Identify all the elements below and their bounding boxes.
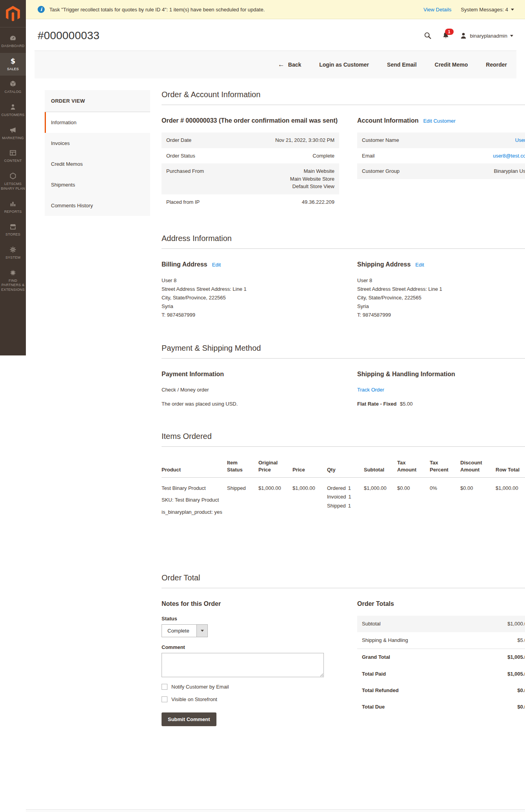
admin-footer: Copyright © 2022 Magento Commerce Inc. A… <box>26 809 525 812</box>
sidebar-item-content[interactable]: CONTENT <box>0 145 26 168</box>
gear-icon <box>1 246 25 254</box>
system-message-bar: i Task "Trigger recollect totals for quo… <box>26 0 525 19</box>
discount-amount-cell: $0.00 <box>460 477 496 522</box>
total-label: Total Paid <box>357 666 470 682</box>
tax-percent-cell: 0% <box>430 477 460 522</box>
sidebar-item-letscms-binary-plan[interactable]: LETSCMS BINARY PLAN <box>0 168 26 195</box>
items-ordered-section: Items Ordered Product Item Status Origin… <box>162 432 525 522</box>
system-messages-label: System Messages: 4 <box>461 7 508 13</box>
sidebar-item-stores[interactable]: STORES <box>0 218 26 241</box>
edit-customer-link[interactable]: Edit Customer <box>423 118 455 124</box>
notify-customer-checkbox[interactable] <box>162 684 167 690</box>
shipping-info-title: Shipping & Handling Information <box>357 370 525 379</box>
sidebar-item-system[interactable]: SYSTEM <box>0 241 26 265</box>
box-icon <box>1 80 25 88</box>
total-value: $0.00 <box>470 699 525 715</box>
customer-email-link[interactable]: user8@test.com <box>493 153 525 159</box>
purchased-from-line: Main Website Store <box>238 175 334 183</box>
menu-item-comments-history[interactable]: Comments History <box>45 195 150 216</box>
section-title: Order & Account Information <box>162 90 525 105</box>
track-order-link[interactable]: Track Order <box>357 387 384 393</box>
menu-item-invoices[interactable]: Invoices <box>45 133 150 154</box>
items-table-clip: Product Item Status Original Price Price… <box>162 457 525 522</box>
sidebar-item-find-partners[interactable]: FIND PARTNERS & EXTENSIONS <box>0 265 26 297</box>
purchased-from-line: Main Website <box>238 167 334 175</box>
product-name: Test Binary Product <box>162 484 222 492</box>
grand-total-row: Grand Total $1,005.00 <box>357 649 525 666</box>
purchased-from-line: Default Store View <box>238 183 334 190</box>
sidebar-item-dashboard[interactable]: DASHBOARD <box>0 30 26 53</box>
gauge-icon <box>1 34 25 42</box>
sidebar-item-marketing[interactable]: MARKETING <box>0 122 26 145</box>
account-information-block: Account Information Edit Customer Custom… <box>357 116 525 179</box>
qty-label: Shipped <box>327 502 346 510</box>
reorder-button[interactable]: Reorder <box>486 62 507 68</box>
row-label: Placed from IP <box>162 194 234 210</box>
credit-memo-button[interactable]: Credit Memo <box>435 62 468 68</box>
payment-information-block: Payment Information Check / Money order … <box>162 370 339 408</box>
magento-logo-icon <box>6 6 20 22</box>
status-select[interactable]: Complete <box>162 624 208 637</box>
sidebar-item-sales[interactable]: $ SALES <box>0 53 26 76</box>
sidebar-item-catalog[interactable]: CATALOG <box>0 76 26 99</box>
menu-item-information[interactable]: Information <box>45 112 150 133</box>
visible-storefront-checkbox[interactable] <box>162 696 167 702</box>
sidebar-item-customers[interactable]: CUSTOMERS <box>0 99 26 122</box>
notes-title: Notes for this Order <box>162 599 339 609</box>
login-as-customer-button[interactable]: Login as Customer <box>319 62 369 68</box>
section-title: Payment & Shipping Method <box>162 344 525 359</box>
row-label: Customer Group <box>357 163 447 179</box>
row-label: Customer Name <box>357 132 447 148</box>
row-label: Purchased From <box>162 163 234 194</box>
customer-group-row: Customer Group Binaryplan User <box>357 163 525 179</box>
sidebar-nav: DASHBOARD $ SALES CATALOG CUSTOMERS <box>0 30 26 297</box>
product-sku: SKU: Test Binary Product <box>162 496 222 504</box>
page-header: #000000033 1 binaryplanadmin <box>26 19 525 49</box>
status-select-toggle[interactable] <box>196 625 207 637</box>
sidebar-item-label: DASHBOARD <box>1 44 25 49</box>
menu-item-credit-memos[interactable]: Credit Memos <box>45 154 150 174</box>
order-account-section: Order & Account Information Order # 0000… <box>162 90 525 210</box>
account-info-title: Account Information <box>357 116 418 125</box>
total-label: Grand Total <box>357 649 470 666</box>
customer-name-row: Customer Name User 8 <box>357 132 525 148</box>
col-discount-amount: Discount Amount <box>460 457 496 477</box>
visible-storefront-label: Visible on Storefront <box>171 696 217 702</box>
customer-name-link[interactable]: User 8 <box>515 137 525 143</box>
edit-shipping-address-link[interactable]: Edit <box>415 262 424 268</box>
view-details-link[interactable]: View Details <box>423 7 451 13</box>
search-button[interactable] <box>423 31 432 40</box>
user-icon <box>460 32 467 40</box>
admin-user-menu[interactable]: binaryplanadmin <box>460 32 513 40</box>
magento-logo[interactable] <box>0 0 26 27</box>
total-due-row: Total Due $0.00 <box>357 699 525 715</box>
payment-info-title: Payment Information <box>162 370 339 379</box>
qty-label: Invoiced <box>327 493 346 501</box>
comment-textarea[interactable] <box>162 653 324 677</box>
back-button[interactable]: ← Back <box>278 61 301 69</box>
submit-comment-button[interactable]: Submit Comment <box>162 712 216 726</box>
sidebar-item-reports[interactable]: REPORTS <box>0 196 26 219</box>
total-label: Total Refunded <box>357 682 470 699</box>
address-line: Street Address Street Address: Line 1 <box>162 285 339 294</box>
original-price-cell: $1,000.00 <box>258 477 292 522</box>
edit-billing-address-link[interactable]: Edit <box>212 262 221 268</box>
order-details-main: Order & Account Information Order # 0000… <box>162 90 525 750</box>
notify-customer-row: Notify Customer by Email <box>162 684 339 690</box>
send-email-button[interactable]: Send Email <box>387 62 416 68</box>
system-messages-toggle[interactable]: System Messages: 4 <box>461 7 514 13</box>
shipping-address-block: Shipping Address Edit User 8 Street Addr… <box>357 260 525 319</box>
sidebar-item-label: LETSCMS BINARY PLAN <box>1 182 25 191</box>
order-information-block: Order # 000000033 (The order confirmatio… <box>162 116 339 210</box>
layout-icon <box>1 149 25 157</box>
order-info-title: Order # 000000033 (The order confirmatio… <box>162 116 339 125</box>
order-totals-block: Order Totals Subtotal $1,000.00 Shipping… <box>357 599 525 715</box>
total-value: $1,005.00 <box>470 666 525 682</box>
total-refunded-row: Total Refunded $0.00 <box>357 682 525 699</box>
customer-email-row: Email user8@test.com <box>357 148 525 164</box>
qty-cell: Ordered1 Invoiced1 Shipped1 <box>327 477 364 522</box>
notifications-button[interactable]: 1 <box>441 31 450 40</box>
product-attribute: is_binaryplan_product: yes <box>162 508 222 516</box>
menu-item-shipments[interactable]: Shipments <box>45 174 150 195</box>
qty-value: 1 <box>348 493 351 501</box>
